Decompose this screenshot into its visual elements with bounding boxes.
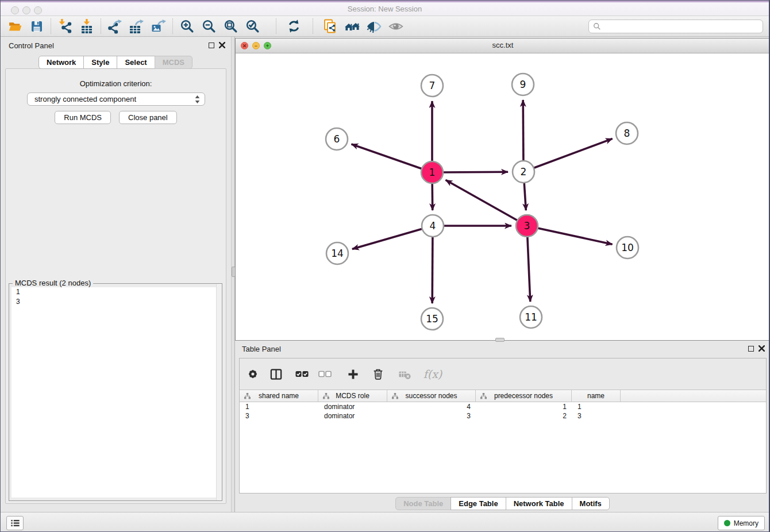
float-table-panel-icon[interactable]: [748, 346, 754, 352]
export-table-icon[interactable]: [126, 18, 148, 35]
float-panel-icon[interactable]: [209, 43, 214, 48]
tab-network[interactable]: Network: [38, 56, 84, 69]
memory-label: Memory: [734, 519, 759, 527]
graph-node-label-11: 11: [525, 311, 537, 323]
mcds-result-item[interactable]: 1: [11, 287, 219, 297]
mcds-panel: Optimization criterion: strongly connect…: [5, 68, 226, 504]
export-image-icon[interactable]: [148, 18, 170, 35]
zoom-out-icon[interactable]: [198, 18, 220, 35]
graph-edge-3-1[interactable]: [446, 180, 528, 226]
open-session-icon[interactable]: [4, 18, 26, 35]
network-canvas[interactable]: 7968124314101511: [236, 53, 770, 341]
column-header-mcds-role[interactable]: MCDS role: [318, 390, 387, 402]
graph-edge-3-10[interactable]: [527, 226, 613, 244]
zoom-fit-icon[interactable]: [220, 18, 241, 35]
show-column-icon[interactable]: [268, 367, 283, 381]
mcds-result-list[interactable]: 13: [11, 287, 219, 498]
task-history-button[interactable]: [6, 516, 24, 530]
window-zoom-button[interactable]: [34, 6, 42, 14]
graph-node-label-1: 1: [429, 167, 436, 178]
add-column-icon[interactable]: [345, 367, 360, 381]
graph-edge-1-6[interactable]: [352, 144, 433, 172]
graph-node-label-7: 7: [429, 80, 436, 91]
graph-node-label-10: 10: [621, 242, 634, 253]
close-panel-icon[interactable]: [219, 42, 225, 48]
close-table-panel-icon[interactable]: [759, 345, 765, 352]
toolbar-separator: [51, 18, 51, 34]
table-body: 1dominator4113dominator323: [240, 402, 766, 421]
apply-layout-icon[interactable]: [283, 18, 305, 35]
mcds-result-scrollbar[interactable]: [216, 284, 222, 500]
tab-style[interactable]: Style: [83, 56, 117, 69]
cell-shared_name: 1: [240, 402, 318, 411]
graph-edge-2-8[interactable]: [523, 138, 613, 172]
save-session-icon[interactable]: [26, 18, 48, 35]
tab-node-table[interactable]: Node Table: [395, 497, 451, 510]
graph-node-label-3: 3: [524, 220, 530, 232]
zoom-selected-icon[interactable]: [241, 18, 263, 35]
window-close-button[interactable]: [11, 6, 19, 14]
first-neighbors-icon[interactable]: [341, 18, 363, 35]
graph-node-label-15: 15: [426, 313, 438, 325]
column-header-successor-nodes[interactable]: successor nodes: [387, 390, 476, 402]
network-minimize-button[interactable]: −: [252, 42, 260, 49]
run-mcds-button[interactable]: Run MCDS: [55, 111, 111, 124]
column-header-predecessor-nodes[interactable]: predecessor nodes: [476, 390, 572, 402]
export-network-icon[interactable]: [104, 18, 126, 35]
window-minimize-button[interactable]: [22, 6, 30, 14]
tab-edge-table[interactable]: Edge Table: [451, 497, 506, 510]
column-header-shared-name[interactable]: shared name: [240, 390, 318, 402]
criterion-select[interactable]: strongly connected component: [27, 92, 205, 106]
toolbar-separator: [101, 18, 101, 34]
graph-edge-4-14[interactable]: [352, 226, 433, 249]
network-view-window: ✕ − + scc.txt 7968124314101511: [235, 38, 770, 341]
mcds-result-item[interactable]: 3: [11, 297, 219, 307]
column-header-name[interactable]: name: [572, 390, 621, 402]
close-panel-button[interactable]: Close panel: [119, 111, 177, 124]
select-chevrons-icon: [195, 95, 200, 103]
cell-mcds_role: dominator: [318, 411, 387, 421]
graph-node-label-4: 4: [430, 220, 436, 232]
clone-network-icon[interactable]: [319, 18, 341, 35]
network-window-titlebar: ✕ − + scc.txt: [236, 38, 770, 53]
memory-button[interactable]: Memory: [718, 516, 765, 530]
tab-motifs[interactable]: Motifs: [572, 497, 610, 510]
table-row[interactable]: 3dominator323: [240, 411, 766, 421]
toolbar-separator: [172, 18, 173, 34]
cell-shared_name: 3: [240, 411, 318, 421]
import-table-icon[interactable]: [76, 18, 98, 35]
network-close-button[interactable]: ✕: [241, 42, 248, 49]
delete-table-icon: [397, 367, 412, 381]
graph-node-label-8: 8: [624, 128, 630, 139]
graph-node-label-6: 6: [334, 133, 340, 145]
node-table: shared name MCDS role successor nodes pr…: [240, 390, 766, 493]
network-overview-icon[interactable]: [385, 18, 407, 35]
status-bar: Memory: [1, 512, 769, 532]
tree-icon: [392, 393, 398, 399]
mcds-result-title: MCDS result (2 nodes): [13, 279, 93, 287]
search-input[interactable]: [604, 21, 759, 31]
table-row[interactable]: 1dominator411: [240, 402, 766, 411]
delete-column-icon[interactable]: [371, 367, 386, 381]
tab-mcds[interactable]: MCDS: [155, 56, 192, 69]
import-network-icon[interactable]: [54, 18, 76, 35]
deselect-all-icon[interactable]: [318, 367, 333, 381]
search-box[interactable]: [588, 20, 763, 33]
table-panel-title: Table Panel: [242, 345, 281, 353]
toolbar-separator: [276, 18, 276, 34]
control-panel-title: Control Panel: [9, 41, 54, 50]
control-panel-tabs: Network Style Select MCDS: [1, 56, 231, 69]
zoom-in-icon[interactable]: [176, 18, 198, 35]
graph-node-label-2: 2: [521, 166, 527, 178]
vertical-splitter[interactable]: [231, 37, 235, 512]
network-maximize-button[interactable]: +: [264, 42, 271, 49]
mcds-result-group: MCDS result (2 nodes) 13: [9, 283, 222, 501]
tab-select[interactable]: Select: [117, 56, 155, 69]
tree-icon: [323, 393, 329, 399]
toolbar-separator: [313, 18, 313, 34]
table-settings-icon[interactable]: [245, 367, 260, 381]
tab-network-table[interactable]: Network Table: [506, 497, 572, 510]
select-all-icon[interactable]: [295, 367, 310, 381]
show-hide-details-icon[interactable]: [363, 18, 385, 35]
table-tabs: Node Table Edge Table Network Table Moti…: [235, 497, 770, 510]
